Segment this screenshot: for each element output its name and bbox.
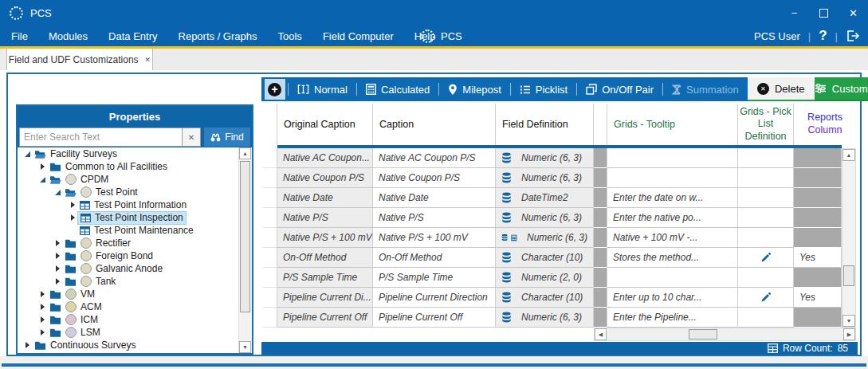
find-button[interactable]: Find: [204, 128, 250, 147]
normal-button[interactable]: Normal: [289, 84, 356, 96]
add-field-button[interactable]: +: [261, 77, 288, 101]
cell-grids-tooltip[interactable]: Enter up to 10 char...: [607, 288, 738, 308]
summation-button[interactable]: Summation: [663, 84, 748, 96]
cell-reports-column[interactable]: Yes: [794, 248, 842, 268]
tree-scrollbar[interactable]: ▲ ▼: [238, 147, 252, 353]
grid-vertical-scrollbar[interactable]: ▲ ▼: [842, 148, 856, 328]
tree-item-common-to-all-facilities[interactable]: Common to All Facilities: [18, 160, 252, 173]
logout-button[interactable]: [846, 29, 860, 42]
tree-item-vm[interactable]: VM: [18, 288, 252, 300]
cell-caption[interactable]: Pipeline Current Direction: [373, 288, 496, 308]
cell-grids-tooltip[interactable]: [607, 168, 738, 188]
tree-item-galvanic-anode[interactable]: Galvanic Anode: [18, 262, 252, 275]
tree-item-test-point-inspection[interactable]: Test Point Inspection: [18, 211, 252, 224]
help-button[interactable]: ?: [819, 28, 827, 44]
cell-grids-tooltip[interactable]: Native + 100 mV -...: [607, 228, 738, 248]
column-header-grids-picklist[interactable]: Grids - Pick ListDefinition: [738, 104, 794, 145]
menu-field-computer[interactable]: Field Computer: [323, 30, 394, 42]
tree-scrollbar-thumb[interactable]: [240, 161, 250, 312]
tree-item-foreign-bond[interactable]: Foreign Bond: [18, 249, 252, 262]
row-selector[interactable]: [263, 188, 277, 208]
expand-arrow-icon[interactable]: [37, 316, 47, 323]
cell-reports-column[interactable]: Yes: [794, 288, 842, 308]
column-header-reports-column[interactable]: ReportsColumn: [794, 104, 856, 145]
tree-item-tank[interactable]: Tank: [18, 275, 252, 288]
cell-grids-picklist[interactable]: [738, 248, 794, 268]
cell-caption[interactable]: P/S Sample Time: [373, 268, 496, 288]
grid-vscrollbar-thumb[interactable]: [843, 265, 854, 286]
cell-reports-column[interactable]: [794, 228, 842, 248]
cell-reports-column[interactable]: [794, 188, 842, 208]
expand-arrow-icon[interactable]: [22, 342, 32, 348]
picklist-button[interactable]: Picklist: [511, 84, 576, 96]
expand-arrow-icon[interactable]: [37, 329, 47, 336]
expand-arrow-icon[interactable]: [37, 291, 47, 297]
row-selector[interactable]: [263, 148, 277, 168]
tab-close-icon[interactable]: ✕: [145, 56, 151, 64]
close-button[interactable]: ✕: [839, 0, 868, 26]
search-input[interactable]: [20, 128, 182, 146]
expand-arrow-icon[interactable]: [53, 278, 62, 285]
tree-item-facility-surveys[interactable]: Facility Surveys: [18, 147, 252, 160]
cell-caption[interactable]: Native Coupon P/S: [373, 168, 496, 188]
tree-item-test-point[interactable]: Test Point: [18, 186, 252, 198]
cell-caption[interactable]: Native AC Coupon P/S: [373, 148, 496, 168]
scroll-down-icon[interactable]: ▼: [239, 341, 251, 353]
expand-arrow-icon[interactable]: [37, 163, 47, 170]
menu-data-entry[interactable]: Data Entry: [108, 30, 157, 42]
tab-field-and-udf-customizations[interactable]: Field and UDF Customizations ✕: [6, 49, 153, 70]
menu-modules[interactable]: Modules: [49, 30, 88, 42]
scroll-up-icon[interactable]: ▲: [842, 149, 855, 161]
tree-item-acm[interactable]: ACM: [18, 300, 252, 313]
scroll-right-icon[interactable]: ▶: [843, 328, 855, 340]
cell-caption[interactable]: Native Date: [373, 188, 496, 208]
menu-reports-graphs[interactable]: Reports / Graphs: [179, 30, 257, 42]
row-selector[interactable]: [263, 168, 277, 188]
row-selector[interactable]: [263, 228, 277, 248]
collapse-arrow-icon[interactable]: [53, 190, 62, 195]
expand-arrow-icon[interactable]: [53, 240, 62, 246]
clear-search-icon[interactable]: ✕: [182, 128, 200, 146]
calculated-button[interactable]: Calculated: [357, 84, 438, 96]
expand-arrow-icon[interactable]: [53, 265, 62, 272]
row-selector[interactable]: [263, 208, 277, 228]
cell-caption[interactable]: On-Off Method: [373, 248, 496, 268]
onoff-pair-button[interactable]: On/Off Pair: [577, 84, 662, 96]
tree-item-rectifier[interactable]: Rectifier: [18, 237, 252, 249]
cell-grids-tooltip[interactable]: Enter the date on w...: [607, 188, 738, 208]
cell-grids-tooltip[interactable]: [607, 268, 738, 288]
column-header-original-caption[interactable]: Original Caption: [277, 104, 373, 145]
cell-grids-tooltip[interactable]: Enter the Pipeline...: [607, 308, 738, 328]
tree-item-lsm[interactable]: LSM: [18, 326, 252, 339]
minimize-button[interactable]: −: [780, 0, 809, 26]
delete-button[interactable]: ✕ Delete: [748, 77, 815, 101]
collapse-arrow-icon[interactable]: [37, 177, 47, 183]
expand-arrow-icon[interactable]: [68, 214, 77, 221]
cell-reports-column[interactable]: [794, 168, 842, 188]
expand-arrow-icon[interactable]: [68, 202, 77, 208]
cell-reports-column[interactable]: [794, 148, 842, 168]
scroll-down-icon[interactable]: ▼: [842, 315, 855, 327]
row-selector[interactable]: [263, 308, 277, 328]
tree-item-icm[interactable]: ICM: [18, 313, 252, 326]
tree-item-continuous-surveys[interactable]: Continuous Surveys: [18, 339, 252, 351]
cell-grids-tooltip[interactable]: Enter the native po...: [607, 208, 738, 228]
column-header-caption[interactable]: Caption: [373, 104, 496, 145]
cell-reports-column[interactable]: [794, 268, 842, 288]
grid-hscrollbar-thumb[interactable]: [689, 329, 717, 340]
cell-caption[interactable]: Native P/S + 100 mV: [373, 228, 496, 248]
row-selector[interactable]: [263, 268, 277, 288]
menu-tools[interactable]: Tools: [278, 30, 302, 42]
grid-horizontal-scrollbar[interactable]: ◀ ▶: [594, 328, 856, 341]
collapse-arrow-icon[interactable]: [22, 151, 32, 157]
column-header-grids-tooltip[interactable]: Grids - Tooltip: [607, 104, 738, 145]
cell-grids-picklist[interactable]: [738, 288, 794, 308]
scroll-left-icon[interactable]: ◀: [595, 328, 607, 340]
cell-grids-tooltip[interactable]: [607, 148, 738, 168]
cell-grids-tooltip[interactable]: Stores the method...: [607, 248, 738, 268]
scroll-up-icon[interactable]: ▲: [239, 147, 251, 159]
milepost-button[interactable]: Milepost: [439, 84, 509, 96]
row-selector[interactable]: [263, 248, 277, 268]
expand-arrow-icon[interactable]: [37, 304, 47, 310]
tree-item-test-point-information[interactable]: Test Point Information: [18, 198, 252, 211]
